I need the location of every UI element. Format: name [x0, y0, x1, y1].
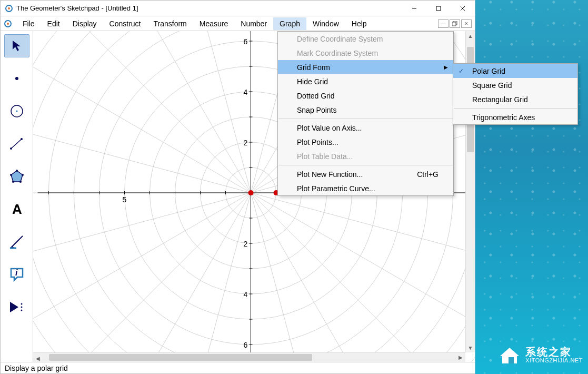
svg-point-20	[12, 181, 14, 183]
menu-number[interactable]: Number	[234, 17, 273, 30]
tool-circle[interactable]	[4, 100, 29, 123]
mdi-controls: — ✕	[438, 19, 472, 28]
watermark-logo-icon	[498, 343, 521, 367]
svg-rect-114	[509, 357, 514, 363]
scroll-left-icon[interactable]: ◀	[33, 354, 43, 362]
menu-window[interactable]: Window	[306, 17, 345, 30]
submenuitem-square-grid[interactable]: Square Grid	[453, 78, 577, 92]
svg-line-13	[11, 139, 22, 149]
app-icon	[5, 4, 13, 13]
menu-graph[interactable]: Graph	[273, 17, 306, 30]
grid-form-submenu: ✓Polar Grid Square Grid Rectangular Grid…	[453, 63, 578, 125]
tool-point[interactable]	[4, 67, 29, 90]
document-icon	[4, 19, 12, 28]
svg-line-56	[172, 31, 251, 193]
scroll-down-icon[interactable]: ▼	[466, 343, 475, 352]
menuitem-plot-new-function[interactable]: Plot New Function...Ctrl+G	[278, 167, 453, 181]
svg-text:5: 5	[123, 195, 127, 204]
status-text: Display a polar grid	[5, 364, 68, 372]
menu-file[interactable]: File	[16, 17, 41, 30]
tool-custom[interactable]	[4, 296, 29, 319]
svg-point-24	[21, 303, 22, 305]
menu-separator	[278, 165, 453, 165]
watermark-text: 系统之家	[525, 347, 583, 357]
tool-arrow[interactable]	[4, 34, 29, 57]
menuitem-grid-form[interactable]: Grid Form▶	[278, 60, 453, 74]
svg-line-54	[36, 31, 251, 193]
menuitem-hide-grid[interactable]: Hide Grid	[278, 74, 453, 88]
menuitem-dotted-grid[interactable]: Dotted Grid	[278, 88, 453, 103]
watermark: 系统之家 XITONGZHIJIA.NET	[498, 343, 583, 367]
titlebar: The Geometer's Sketchpad - [Untitled 1]	[1, 1, 475, 16]
toolbox: A i	[1, 31, 33, 362]
svg-point-19	[19, 181, 22, 183]
svg-text:2: 2	[244, 240, 248, 248]
svg-text:6: 6	[244, 341, 248, 349]
menubar: File Edit Display Construct Transform Me…	[1, 16, 475, 31]
svg-rect-3	[436, 6, 441, 11]
menu-help[interactable]: Help	[345, 17, 373, 30]
menuitem-plot-parametric-curve[interactable]: Plot Parametric Curve...	[278, 181, 453, 195]
tool-polygon[interactable]	[4, 165, 29, 188]
menu-measure[interactable]: Measure	[193, 17, 234, 30]
svg-point-18	[22, 174, 24, 176]
svg-point-14	[10, 147, 12, 150]
menu-transform[interactable]: Transform	[147, 17, 193, 30]
svg-point-12	[16, 111, 17, 112]
hscroll-thumb[interactable]	[49, 354, 312, 361]
svg-line-49	[33, 193, 251, 345]
tool-line[interactable]	[4, 132, 29, 155]
svg-text:i: i	[15, 268, 18, 277]
mdi-minimize-button[interactable]: —	[438, 19, 449, 28]
scroll-right-icon[interactable]: ▶	[456, 353, 465, 362]
chevron-right-icon: ▶	[444, 64, 448, 70]
check-icon: ✓	[459, 67, 464, 75]
maximize-button[interactable]	[426, 1, 451, 16]
menu-separator	[278, 119, 453, 119]
mdi-close-button[interactable]: ✕	[461, 19, 472, 28]
submenuitem-rectangular-grid[interactable]: Rectangular Grid	[453, 92, 577, 106]
scroll-up-icon[interactable]: ▲	[466, 31, 475, 41]
watermark-subtext: XITONGZHIJIA.NET	[525, 357, 583, 363]
shortcut-label: Ctrl+G	[417, 170, 438, 179]
menu-construct[interactable]: Construct	[103, 17, 147, 30]
statusbar: Display a polar grid	[1, 362, 475, 373]
menuitem-define-coord-system[interactable]: Define Coordinate System	[278, 32, 453, 46]
svg-line-46	[172, 193, 251, 362]
menuitem-plot-table-data[interactable]: Plot Table Data...	[278, 149, 453, 163]
window-controls	[402, 1, 475, 16]
menuitem-plot-value-axis[interactable]: Plot Value on Axis...	[278, 121, 453, 135]
menuitem-plot-points[interactable]: Plot Points...	[278, 135, 453, 149]
svg-point-7	[7, 23, 9, 25]
svg-point-10	[15, 77, 18, 80]
tool-text[interactable]: A	[4, 198, 29, 221]
svg-text:4: 4	[244, 88, 248, 96]
tool-info[interactable]: i	[4, 263, 29, 286]
svg-text:4: 4	[244, 290, 248, 299]
menu-edit[interactable]: Edit	[41, 17, 66, 30]
horizontal-scrollbar[interactable]: ◀ ▶	[33, 352, 465, 362]
minimize-button[interactable]	[402, 1, 426, 16]
svg-line-55	[99, 31, 251, 193]
svg-line-50	[33, 193, 251, 271]
svg-text:2: 2	[244, 139, 248, 147]
svg-line-41	[251, 193, 475, 345]
svg-line-48	[36, 193, 251, 362]
menuitem-mark-coord-system[interactable]: Mark Coordinate System	[278, 46, 453, 60]
svg-point-25	[21, 307, 22, 308]
svg-point-112	[248, 190, 254, 195]
mdi-restore-button[interactable]	[450, 19, 460, 28]
svg-point-1	[8, 7, 10, 9]
submenuitem-polar-grid[interactable]: ✓Polar Grid	[453, 64, 577, 78]
menuitem-snap-points[interactable]: Snap Points	[278, 103, 453, 117]
close-button[interactable]	[451, 1, 475, 16]
svg-line-53	[33, 41, 251, 193]
svg-rect-9	[452, 22, 456, 26]
svg-point-15	[21, 138, 23, 140]
menu-display[interactable]: Display	[66, 17, 103, 30]
tool-marker[interactable]	[4, 230, 29, 253]
svg-text:A: A	[12, 202, 22, 216]
submenuitem-trigonometric-axes[interactable]: Trigonometric Axes	[453, 110, 577, 124]
svg-line-44	[251, 193, 330, 362]
svg-text:6: 6	[244, 37, 248, 46]
